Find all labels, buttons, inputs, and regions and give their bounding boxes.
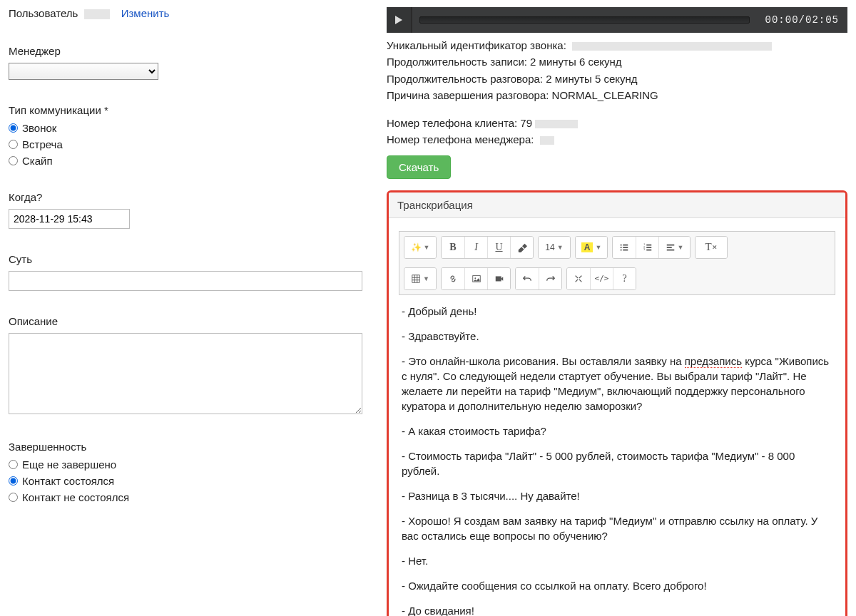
code-button[interactable]: </> xyxy=(590,268,613,289)
fontsize-value: 14 xyxy=(545,242,554,252)
completion-option-contacted[interactable]: Контакт состоялся xyxy=(9,475,365,487)
transcript-line: - Здравствуйте. xyxy=(402,329,832,344)
comm-radio-skype[interactable] xyxy=(9,156,18,165)
time-total: 02:05 xyxy=(805,14,839,26)
transcription-panel: Транскрибация ✨▼ B I U 14▼ xyxy=(387,190,847,617)
svg-point-4 xyxy=(474,277,476,279)
transcript-line: - Добрый день! xyxy=(402,304,832,319)
call-id-redacted xyxy=(572,42,772,51)
image-button[interactable] xyxy=(464,268,487,289)
redo-button[interactable] xyxy=(539,268,561,289)
link-icon xyxy=(448,274,458,284)
comm-radio-call[interactable] xyxy=(9,123,18,133)
when-label: Когда? xyxy=(9,191,365,203)
subject-label: Суть xyxy=(9,253,365,265)
video-button[interactable] xyxy=(487,268,510,289)
undo-button[interactable] xyxy=(516,268,539,289)
ul-button[interactable] xyxy=(613,237,636,258)
rec-duration: Продолжительность записи: 2 минуты 6 сек… xyxy=(387,53,847,70)
call-meta: Уникальный идентификатор звонка: Продолж… xyxy=(387,37,847,103)
ol-button[interactable]: 123 xyxy=(636,237,658,258)
when-input[interactable] xyxy=(9,209,130,229)
client-phone-label: Номер телефона клиента: 79 xyxy=(387,117,532,129)
completion-radio-label: Контакт состоялся xyxy=(22,475,114,487)
ul-icon xyxy=(619,242,629,252)
link-button[interactable] xyxy=(442,268,464,289)
client-phone: Номер телефона клиента: 79 xyxy=(387,115,847,131)
color-letter: A xyxy=(581,242,593,252)
transcript-line: - Нет. xyxy=(402,553,832,568)
comm-option-meeting[interactable]: Встреча xyxy=(9,138,365,150)
video-icon xyxy=(494,274,504,284)
transcript-line: - А какая стоимость тарифа? xyxy=(402,423,832,438)
completion-option-nocontact[interactable]: Контакт не состоялся xyxy=(9,491,365,503)
transcript-line: - Разница в 3 тысячи.... Ну давайте! xyxy=(402,488,832,503)
subject-input[interactable] xyxy=(9,271,362,291)
transcript-line: - Ожидайте сообщения со ссылкой на оплат… xyxy=(402,578,832,593)
fullscreen-button[interactable] xyxy=(567,268,590,289)
seek-track[interactable] xyxy=(419,16,750,24)
play-button[interactable] xyxy=(387,7,412,33)
ol-icon: 123 xyxy=(643,242,653,252)
redo-icon xyxy=(546,274,556,284)
clearformat-button[interactable]: T✕ xyxy=(696,237,727,258)
manager-phone: Номер телефона менеджера: xyxy=(387,131,847,148)
play-icon xyxy=(394,16,403,24)
completion-radio-notdone[interactable] xyxy=(9,460,18,469)
transcription-title: Транскрибация xyxy=(389,192,845,218)
comm-type-label: Тип коммуникации * xyxy=(9,104,365,116)
change-link[interactable]: Изменить xyxy=(121,7,170,19)
image-icon xyxy=(472,274,482,284)
underline-button[interactable]: U xyxy=(487,237,510,258)
desc-label: Описание xyxy=(9,315,365,327)
completion-option-notdone[interactable]: Еще не завершено xyxy=(9,458,365,471)
audio-player: 00:00/02:05 xyxy=(387,7,847,33)
transcript-line: - Хорошо! Я создам вам заявку на тариф "… xyxy=(402,513,832,543)
completion-radio-label: Еще не завершено xyxy=(22,458,116,471)
fullscreen-icon xyxy=(574,274,584,284)
manager-label: Менеджер xyxy=(9,45,365,57)
completion-label: Завершенность xyxy=(9,441,365,453)
bold-button[interactable]: B xyxy=(442,237,464,258)
download-button[interactable]: Скачать xyxy=(387,155,451,179)
table-icon xyxy=(411,274,421,284)
align-icon xyxy=(666,242,676,252)
transcript-line: - Это онлайн-школа рисования. Вы оставля… xyxy=(402,354,832,414)
comm-type-radios: Звонок Встреча Скайп xyxy=(9,122,365,167)
textcolor-button[interactable]: A▼ xyxy=(576,237,607,258)
client-phone-redacted xyxy=(535,120,578,128)
completion-radio-contacted[interactable] xyxy=(9,476,18,486)
user-line: Пользователь Изменить xyxy=(9,7,365,19)
user-value-redacted xyxy=(84,9,110,19)
time-display: 00:00/02:05 xyxy=(757,14,847,26)
manager-phone-label: Номер телефона менеджера: xyxy=(387,133,534,145)
fontsize-button[interactable]: 14▼ xyxy=(539,237,570,258)
talk-duration: Продолжительность разговора: 2 минуты 5 … xyxy=(387,71,847,87)
eraser-icon xyxy=(517,242,527,252)
transcript-line: - До свидания! xyxy=(402,603,832,617)
italic-button[interactable]: I xyxy=(464,237,487,258)
align-button[interactable]: ▼ xyxy=(658,237,690,258)
undo-icon xyxy=(522,274,532,284)
svg-rect-5 xyxy=(495,276,501,281)
table-button[interactable]: ▼ xyxy=(404,268,436,289)
call-id-line: Уникальный идентификатор звонка: xyxy=(387,37,847,53)
svg-text:3: 3 xyxy=(643,247,645,251)
end-reason: Причина завершения разговора: NORMAL_CLE… xyxy=(387,87,847,103)
manager-select[interactable] xyxy=(9,63,158,80)
time-current: 00:00 xyxy=(765,14,799,26)
eraser-button[interactable] xyxy=(510,237,533,258)
transcript-body[interactable]: - Добрый день!- Здравствуйте.- Это онлай… xyxy=(399,295,835,617)
comm-option-call[interactable]: Звонок xyxy=(9,122,365,134)
comm-option-skype[interactable]: Скайп xyxy=(9,155,365,167)
comm-radio-meeting[interactable] xyxy=(9,140,18,149)
transcript-line: - Стоимость тарифа "Лайт" - 5 000 рублей… xyxy=(402,448,832,478)
user-label: Пользователь xyxy=(9,7,78,19)
completion-radio-nocontact[interactable] xyxy=(9,493,18,502)
help-button[interactable]: ? xyxy=(613,268,636,289)
desc-textarea[interactable] xyxy=(9,333,362,414)
comm-radio-label: Встреча xyxy=(22,138,63,150)
phone-meta: Номер телефона клиента: 79 Номер телефон… xyxy=(387,115,847,148)
manager-phone-redacted xyxy=(540,136,554,145)
magic-button[interactable]: ✨▼ xyxy=(404,237,436,258)
